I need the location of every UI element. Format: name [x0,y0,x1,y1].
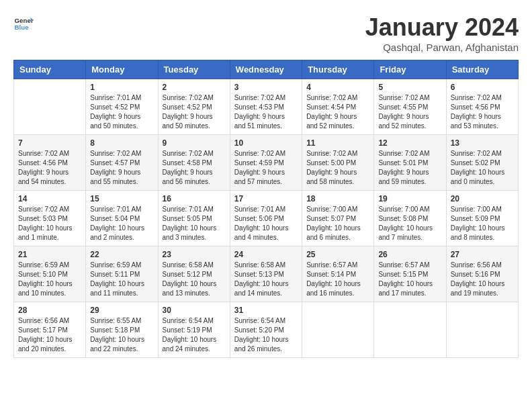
calendar-cell: 29Sunrise: 6:55 AMSunset: 5:18 PMDayligh… [86,302,158,358]
calendar-week-1: 1Sunrise: 7:01 AMSunset: 4:52 PMDaylight… [14,79,519,135]
day-info: Sunrise: 7:02 AMSunset: 5:00 PMDaylight:… [306,149,369,187]
calendar-cell: 1Sunrise: 7:01 AMSunset: 4:52 PMDaylight… [86,79,158,135]
calendar-cell: 8Sunrise: 7:02 AMSunset: 4:57 PMDaylight… [86,135,158,191]
calendar-cell: 2Sunrise: 7:02 AMSunset: 4:52 PMDaylight… [158,79,230,135]
day-number: 26 [378,250,441,259]
day-number: 9 [163,138,226,148]
day-number: 20 [451,194,514,203]
calendar-cell: 22Sunrise: 6:59 AMSunset: 5:11 PMDayligh… [86,246,158,302]
day-number: 13 [451,138,514,148]
calendar-cell: 7Sunrise: 7:02 AMSunset: 4:56 PMDaylight… [14,135,86,191]
calendar-cell: 14Sunrise: 7:02 AMSunset: 5:03 PMDayligh… [14,191,86,246]
day-info: Sunrise: 6:56 AMSunset: 5:16 PMDaylight:… [451,261,514,298]
column-header-wednesday: Wednesday [230,60,302,79]
day-number: 7 [18,138,81,148]
day-number: 24 [234,250,298,259]
calendar-cell: 13Sunrise: 7:02 AMSunset: 5:02 PMDayligh… [446,135,518,191]
day-info: Sunrise: 7:02 AMSunset: 4:53 PMDaylight:… [234,93,298,131]
calendar-week-2: 7Sunrise: 7:02 AMSunset: 4:56 PMDaylight… [14,135,519,191]
day-number: 10 [234,138,298,148]
day-info: Sunrise: 7:02 AMSunset: 4:52 PMDaylight:… [163,93,226,131]
calendar-week-4: 21Sunrise: 6:59 AMSunset: 5:10 PMDayligh… [14,246,519,302]
calendar-cell: 24Sunrise: 6:58 AMSunset: 5:13 PMDayligh… [230,246,302,302]
column-header-saturday: Saturday [446,60,518,79]
calendar-cell: 12Sunrise: 7:02 AMSunset: 5:01 PMDayligh… [374,135,446,191]
day-info: Sunrise: 7:02 AMSunset: 4:59 PMDaylight:… [234,149,298,187]
day-number: 16 [163,194,226,203]
calendar-cell: 5Sunrise: 7:02 AMSunset: 4:55 PMDaylight… [374,79,446,135]
logo: General Blue [13,13,34,34]
day-number: 21 [18,250,81,259]
calendar-cell: 11Sunrise: 7:02 AMSunset: 5:00 PMDayligh… [302,135,374,191]
day-info: Sunrise: 7:00 AMSunset: 5:08 PMDaylight:… [378,205,441,242]
calendar-cell: 4Sunrise: 7:02 AMSunset: 4:54 PMDaylight… [302,79,374,135]
calendar-cell [446,302,518,358]
column-header-monday: Monday [86,60,158,79]
day-info: Sunrise: 6:56 AMSunset: 5:17 PMDaylight:… [18,316,81,354]
day-number: 2 [163,83,226,92]
day-info: Sunrise: 7:01 AMSunset: 4:52 PMDaylight:… [90,93,153,131]
calendar-cell: 31Sunrise: 6:54 AMSunset: 5:20 PMDayligh… [230,302,302,358]
column-header-friday: Friday [374,60,446,79]
calendar-cell: 28Sunrise: 6:56 AMSunset: 5:17 PMDayligh… [14,302,86,358]
calendar-cell: 27Sunrise: 6:56 AMSunset: 5:16 PMDayligh… [446,246,518,302]
day-number: 25 [306,250,369,259]
day-info: Sunrise: 7:00 AMSunset: 5:09 PMDaylight:… [451,205,514,242]
main-title: January 2024 [365,13,519,42]
calendar-cell: 17Sunrise: 7:01 AMSunset: 5:06 PMDayligh… [230,191,302,246]
calendar-cell: 6Sunrise: 7:02 AMSunset: 4:56 PMDaylight… [446,79,518,135]
day-info: Sunrise: 7:02 AMSunset: 4:56 PMDaylight:… [451,93,514,131]
day-info: Sunrise: 6:59 AMSunset: 5:11 PMDaylight:… [90,261,153,298]
day-number: 18 [306,194,369,203]
day-info: Sunrise: 7:02 AMSunset: 5:01 PMDaylight:… [378,149,441,187]
calendar-cell: 30Sunrise: 6:54 AMSunset: 5:19 PMDayligh… [158,302,230,358]
calendar-cell: 18Sunrise: 7:00 AMSunset: 5:07 PMDayligh… [302,191,374,246]
day-info: Sunrise: 6:54 AMSunset: 5:19 PMDaylight:… [163,316,226,354]
day-number: 14 [18,194,81,203]
day-info: Sunrise: 7:02 AMSunset: 5:03 PMDaylight:… [18,205,81,242]
day-number: 23 [163,250,226,259]
calendar-cell: 20Sunrise: 7:00 AMSunset: 5:09 PMDayligh… [446,191,518,246]
calendar-week-5: 28Sunrise: 6:56 AMSunset: 5:17 PMDayligh… [14,302,519,358]
day-number: 28 [18,306,81,315]
day-number: 29 [90,306,153,315]
calendar-cell: 23Sunrise: 6:58 AMSunset: 5:12 PMDayligh… [158,246,230,302]
column-header-thursday: Thursday [302,60,374,79]
day-number: 1 [90,83,153,92]
day-number: 19 [378,194,441,203]
day-number: 3 [234,83,298,92]
calendar-cell: 16Sunrise: 7:01 AMSunset: 5:05 PMDayligh… [158,191,230,246]
svg-text:Blue: Blue [15,24,30,31]
calendar-cell [14,79,86,135]
day-number: 30 [163,306,226,315]
logo-icon: General Blue [13,13,34,34]
column-header-sunday: Sunday [14,60,86,79]
calendar-cell: 9Sunrise: 7:02 AMSunset: 4:58 PMDaylight… [158,135,230,191]
day-number: 8 [90,138,153,148]
day-number: 4 [306,83,369,92]
day-number: 5 [378,83,441,92]
title-area: January 2024 Qashqal, Parwan, Afghanista… [365,13,519,53]
day-info: Sunrise: 7:01 AMSunset: 5:05 PMDaylight:… [163,205,226,242]
day-number: 17 [234,194,298,203]
day-info: Sunrise: 6:58 AMSunset: 5:13 PMDaylight:… [234,261,298,298]
column-header-tuesday: Tuesday [158,60,230,79]
calendar-cell: 26Sunrise: 6:57 AMSunset: 5:15 PMDayligh… [374,246,446,302]
calendar: SundayMondayTuesdayWednesdayThursdayFrid… [13,60,519,358]
header: General Blue January 2024 Qashqal, Parwa… [13,13,519,53]
calendar-week-3: 14Sunrise: 7:02 AMSunset: 5:03 PMDayligh… [14,191,519,246]
calendar-cell: 15Sunrise: 7:01 AMSunset: 5:04 PMDayligh… [86,191,158,246]
day-info: Sunrise: 6:59 AMSunset: 5:10 PMDaylight:… [18,261,81,298]
calendar-cell [302,302,374,358]
day-info: Sunrise: 7:02 AMSunset: 4:57 PMDaylight:… [90,149,153,187]
day-number: 27 [451,250,514,259]
day-info: Sunrise: 6:58 AMSunset: 5:12 PMDaylight:… [163,261,226,298]
day-info: Sunrise: 6:54 AMSunset: 5:20 PMDaylight:… [234,316,298,354]
day-info: Sunrise: 7:02 AMSunset: 4:58 PMDaylight:… [163,149,226,187]
day-info: Sunrise: 6:55 AMSunset: 5:18 PMDaylight:… [90,316,153,354]
day-info: Sunrise: 7:02 AMSunset: 5:02 PMDaylight:… [451,149,514,187]
day-number: 22 [90,250,153,259]
day-info: Sunrise: 7:02 AMSunset: 4:54 PMDaylight:… [306,93,369,131]
day-number: 6 [451,83,514,92]
subtitle: Qashqal, Parwan, Afghanistan [365,42,519,53]
